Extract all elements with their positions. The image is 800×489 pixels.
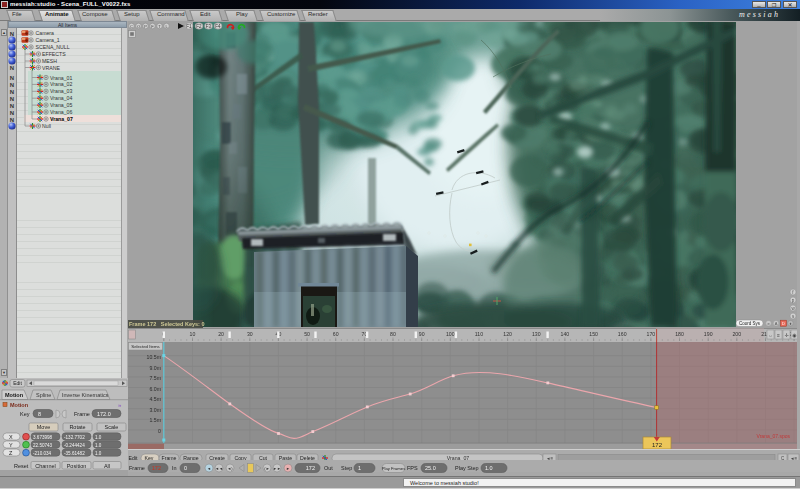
- svg-text:Vrana_07: Vrana_07: [50, 116, 73, 122]
- svg-text:172: 172: [306, 465, 315, 471]
- svg-text:VRANE: VRANE: [42, 65, 60, 71]
- svg-text:160: 160: [618, 331, 627, 337]
- svg-text:F2: F2: [196, 24, 202, 29]
- svg-text:-132.7702: -132.7702: [64, 435, 85, 440]
- svg-text:0: 0: [184, 465, 187, 471]
- svg-text:N: N: [10, 117, 14, 123]
- svg-text:22.50743: 22.50743: [33, 443, 53, 448]
- svg-text:0: 0: [158, 428, 161, 434]
- svg-text:Channel: Channel: [35, 463, 56, 469]
- svg-text:1.0: 1.0: [485, 465, 493, 471]
- svg-text:Vrana_04: Vrana_04: [50, 95, 72, 101]
- svg-text:200: 200: [732, 331, 741, 337]
- svg-text:Inverse Kinematics: Inverse Kinematics: [62, 392, 109, 398]
- svg-text:N: N: [10, 65, 14, 71]
- svg-text:Vrana_05: Vrana_05: [50, 102, 72, 108]
- svg-text:N: N: [10, 31, 14, 37]
- svg-text:FPS: FPS: [407, 465, 418, 471]
- svg-text:110: 110: [475, 331, 483, 337]
- svg-text:20: 20: [218, 331, 224, 337]
- svg-text:N: N: [10, 103, 14, 109]
- svg-text:Spline: Spline: [36, 392, 51, 398]
- svg-text:1.0: 1.0: [95, 435, 102, 440]
- svg-text:Vrana_01: Vrana_01: [50, 75, 72, 81]
- svg-text:D: D: [782, 321, 785, 326]
- svg-text:◄: ◄: [207, 466, 211, 471]
- svg-text:7.5m: 7.5m: [149, 375, 161, 381]
- svg-text:10: 10: [190, 331, 196, 337]
- svg-text:SCENA_NULL: SCENA_NULL: [36, 44, 70, 50]
- svg-text:P: P: [144, 24, 147, 29]
- svg-text:◄◄: ◄◄: [215, 466, 223, 471]
- svg-text:Play Step: Play Step: [455, 465, 479, 471]
- svg-text:Play Frames: Play Frames: [382, 466, 406, 471]
- svg-text:60: 60: [333, 331, 339, 337]
- svg-text:F1: F1: [186, 24, 192, 29]
- svg-text:C: C: [130, 24, 133, 29]
- svg-text:►: ►: [286, 466, 290, 471]
- svg-text:In: In: [172, 465, 177, 471]
- svg-text:≡: ≡: [777, 332, 780, 338]
- svg-text:Vrana_03: Vrana_03: [50, 88, 72, 94]
- svg-text:◄): ◄): [227, 466, 233, 471]
- svg-text:6.0m: 6.0m: [149, 386, 161, 392]
- svg-text:Step: Step: [341, 465, 352, 471]
- svg-text:Rotate: Rotate: [69, 424, 85, 430]
- svg-text:Frame: Frame: [74, 411, 90, 417]
- svg-text:150: 150: [589, 331, 598, 337]
- svg-text:3.0m: 3.0m: [149, 407, 161, 413]
- svg-text:Frame: Frame: [129, 465, 145, 471]
- svg-text:180: 180: [675, 331, 684, 337]
- svg-text:Edit: Edit: [13, 380, 22, 386]
- svg-text:3.673998: 3.673998: [33, 435, 53, 440]
- svg-text:140: 140: [561, 331, 570, 337]
- svg-text:-0.244424: -0.244424: [64, 443, 85, 448]
- svg-text:(►: (►: [264, 466, 269, 471]
- svg-text:1.5m: 1.5m: [149, 417, 161, 423]
- svg-text:90: 90: [419, 331, 425, 337]
- svg-text:170: 170: [647, 331, 656, 337]
- svg-text:O: O: [137, 24, 140, 29]
- svg-text:Selected Items: Selected Items: [131, 344, 159, 349]
- svg-text:♦: ♦: [789, 321, 791, 326]
- svg-text:Motion: Motion: [10, 402, 29, 408]
- svg-text:80: 80: [390, 331, 396, 337]
- svg-text:1.0: 1.0: [95, 443, 102, 448]
- svg-text:Y: Y: [9, 442, 13, 448]
- svg-text:172: 172: [652, 442, 663, 448]
- svg-text:8: 8: [38, 411, 41, 417]
- svg-text:All: All: [104, 463, 110, 469]
- svg-text:Move: Move: [37, 424, 50, 430]
- svg-text:X: X: [9, 434, 13, 440]
- svg-text:Vrana_06: Vrana_06: [50, 109, 72, 115]
- svg-text:N: N: [10, 110, 14, 116]
- svg-text:Camera_1: Camera_1: [36, 37, 60, 43]
- svg-text:◉: ◉: [792, 332, 796, 338]
- svg-text:Motion: Motion: [5, 392, 24, 398]
- svg-text:N: N: [10, 96, 14, 102]
- svg-text:N: N: [10, 82, 14, 88]
- svg-text:►►: ►►: [273, 466, 281, 471]
- svg-text:Position: Position: [67, 463, 87, 469]
- svg-text:Vrana_07.spos: Vrana_07.spos: [757, 433, 791, 439]
- svg-text:N: N: [10, 75, 14, 81]
- svg-text:30: 30: [247, 331, 253, 337]
- svg-text:190: 190: [704, 331, 713, 337]
- svg-text:F3: F3: [206, 24, 212, 29]
- svg-text:EFFECTS: EFFECTS: [42, 51, 66, 57]
- svg-text:-35.61482: -35.61482: [64, 451, 85, 456]
- svg-text:1.0: 1.0: [95, 451, 102, 456]
- svg-text:4.5m: 4.5m: [149, 396, 161, 402]
- svg-text:-210.034: -210.034: [33, 451, 52, 456]
- svg-text:Coord Sys: Coord Sys: [739, 321, 761, 326]
- svg-text:Camera: Camera: [36, 30, 55, 36]
- svg-text:N: N: [10, 89, 14, 95]
- svg-text:130: 130: [532, 331, 541, 337]
- svg-text:Key: Key: [20, 411, 30, 417]
- svg-text:Reset: Reset: [14, 463, 29, 469]
- svg-text:172.0: 172.0: [97, 411, 111, 417]
- svg-text:MESH: MESH: [42, 58, 57, 64]
- svg-text:A: A: [775, 321, 778, 326]
- svg-text:9.0m: 9.0m: [149, 365, 161, 371]
- svg-text:1: 1: [358, 465, 361, 471]
